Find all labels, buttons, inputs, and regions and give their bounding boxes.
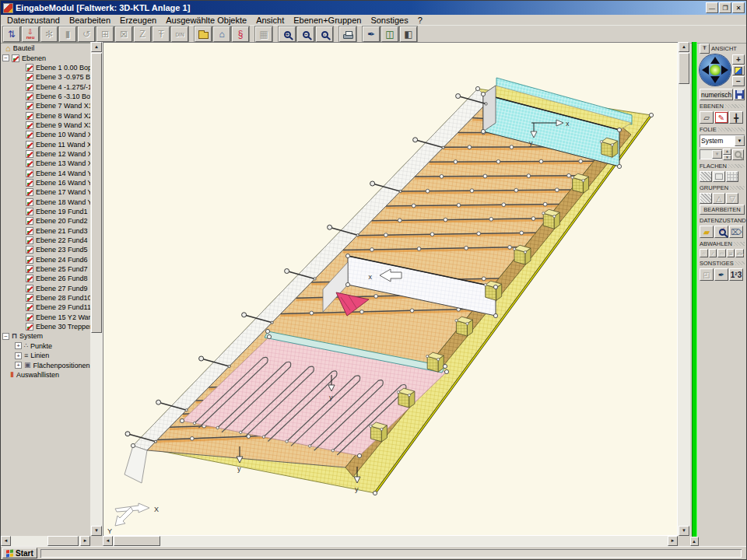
3d-model-view[interactable]: x y x y [103,42,676,536]
tree-item[interactable]: Ebene 7 Wand X1 [1,101,90,110]
tree-item[interactable]: Ebene 19 Fund1 [1,207,90,216]
tree-item[interactable]: Ebene 20 Fund2 [1,216,90,226]
zoom-minus-button[interactable]: − [732,76,745,86]
tree-item[interactable]: Ebene 8 Wand X2 [1,110,90,120]
axes-button[interactable]: ╋ [729,111,743,124]
model-viewport[interactable]: x y x y [103,42,678,536]
project-tree[interactable]: ⌂Bauteil−EbenenEbene 1 0.00 Bopl.Ebene 3… [1,42,90,536]
rotate-up-icon[interactable] [710,57,720,64]
eraser-icon[interactable]: ⌦ [729,226,743,238]
menu-item-datenzustand[interactable]: Datenzustand [2,16,65,25]
scroll-right-icon[interactable]: ► [80,536,90,546]
canvas-vertical-scrollbar[interactable]: ▲ ▼ [678,42,690,536]
expand-icon[interactable]: + [15,362,22,369]
tree-item[interactable]: +≡Linien [1,351,90,360]
building-dims-icon[interactable]: ⌂ [213,26,230,42]
perspective-button[interactable] [732,65,745,75]
tree-item[interactable]: ▮Auswahllisten [1,370,90,380]
menu-item-?[interactable]: ? [413,16,427,25]
search-check-icon[interactable]: ∕ [714,226,728,238]
close-button[interactable]: ✕ [732,2,745,13]
tree-item[interactable]: Ebene 22 Fund4 [1,236,90,245]
folie-spinner[interactable]: ▲▼ [723,149,731,160]
tree-item[interactable]: Ebene 18 Wand Y5 [1,198,90,207]
scroll-right-icon[interactable]: ► [668,536,678,546]
scroll-thumb[interactable] [679,53,689,84]
collapse-icon[interactable]: − [2,54,9,61]
tree-item[interactable]: Ebene 21 Fund3 [1,226,90,236]
pushpin-icon[interactable]: Ŧ [700,44,710,54]
tree-item[interactable]: Ebene 1 0.00 Bopl. [1,63,90,72]
canvas-horizontal-scrollbar[interactable]: ◄ ► [103,536,678,546]
taskbar-tray[interactable] [40,549,742,558]
tree-vertical-scrollbar[interactable]: ▲ ▼ [90,42,103,536]
tree-item[interactable]: Ebene 30 Treppenla [1,322,90,331]
tree-item[interactable]: Ebene 10 Wand X4 [1,130,90,139]
plane-view-button[interactable]: ▱ [700,111,714,124]
rotate-down-icon[interactable] [710,76,720,83]
scroll-left-icon[interactable]: ◄ [1,536,11,546]
stripe-button[interactable]: ▲ [690,537,699,546]
scroll-thumb[interactable] [47,536,79,546]
tree-horizontal-scrollbar[interactable]: ◄ ► [1,536,90,546]
tree-item[interactable]: Ebene 27 Fund9 [1,284,90,293]
tree-item[interactable]: ⌂Bauteil [1,44,90,53]
scroll-thumb[interactable] [114,536,160,546]
expand-icon[interactable]: + [15,342,22,349]
tree-item[interactable]: Ebene 29 Fund11 [1,303,90,312]
zoom-plus-button[interactable]: + [732,54,745,65]
scroll-left-icon[interactable]: ◄ [103,536,113,546]
numbering-button[interactable]: 1²3 [729,268,743,281]
redraw-icon[interactable]: ✒ [363,26,380,42]
view-rotate-dpad[interactable] [700,54,731,86]
scroll-down-icon[interactable]: ▼ [679,526,689,536]
exit-icon[interactable]: ◧ [400,26,417,42]
zoom-out-icon[interactable]: − [297,26,314,42]
print-icon[interactable] [339,26,356,42]
tree-item[interactable]: Ebene 24 Fund6 [1,255,90,264]
tree-item[interactable]: Ebene 9 Wand X3 [1,121,90,130]
menu-item-erzeugen[interactable]: Erzeugen [115,16,161,25]
collapse-icon[interactable]: − [2,333,9,340]
tree-item[interactable]: Ebene 23 Fund5 [1,245,90,254]
redraw-brush-icon[interactable]: ✒ [714,268,728,281]
tree-item[interactable]: +▣Flächenpositionen [1,360,90,369]
book-icon[interactable]: ◫ [381,26,398,42]
edit-layer-button[interactable]: ✎ [714,111,728,124]
tree-item[interactable]: Ebene 25 Fund7 [1,264,90,274]
tree-item[interactable]: −Ebenen [1,53,90,62]
menu-item-ansicht[interactable]: Ansicht [251,16,289,25]
numerisch-button[interactable]: numerisch [700,89,733,100]
folder-positions-icon[interactable] [195,26,212,42]
bearbeiten-button[interactable]: BEARBEITEN [700,205,745,215]
tree-item[interactable]: Ebene 6 -3.10 Bopl. [1,92,90,101]
tree-item[interactable]: Ebene 14 Wand Y1 [1,168,90,177]
tree-item[interactable]: Ebene 17 Wand Y4 [1,187,90,197]
tree-item[interactable]: Ebene 13 Wand X7 [1,159,90,168]
zoom-window-icon[interactable]: ▫ [316,26,333,42]
tree-item[interactable]: Ebene 16 Wand Y3 [1,178,90,187]
maximize-button[interactable]: ❐ [719,2,731,13]
chevron-down-icon[interactable]: ▼ [735,135,745,146]
tree-item[interactable]: +∴Punkte [1,341,90,351]
scroll-down-icon[interactable]: ▼ [91,526,102,536]
rebar-list-icon[interactable]: § [232,26,249,42]
tree-item[interactable]: Ebene 28 Fund10 [1,293,90,303]
scroll-up-icon[interactable]: ▲ [679,42,689,52]
tree-item[interactable]: Ebene 15 Y2 Wand T [1,313,90,322]
load-profile-icon[interactable]: ⇅ [3,26,20,42]
tree-item[interactable]: −⊓System [1,331,90,341]
start-button[interactable]: Start [2,548,37,558]
brush-icon[interactable]: ▰ [700,226,714,238]
folie-select[interactable]: System ▼ [700,135,745,147]
menu-item-bearbeiten[interactable]: Bearbeiten [65,16,115,25]
new-icon[interactable]: ⇩neu [22,26,39,42]
tree-item[interactable]: Ebene 3 -0.975 Bop [1,72,90,82]
scroll-up-icon[interactable]: ▲ [91,42,102,52]
rotate-center-icon[interactable] [710,65,721,75]
minimize-button[interactable]: — [706,2,718,13]
zoom-in-icon[interactable]: + [279,26,296,42]
menu-item-ausgew-hlte-objekte[interactable]: Ausgewählte Objekte [161,16,251,25]
tree-item[interactable]: Ebene 11 Wand X5 [1,139,90,149]
expand-icon[interactable]: + [15,352,22,359]
